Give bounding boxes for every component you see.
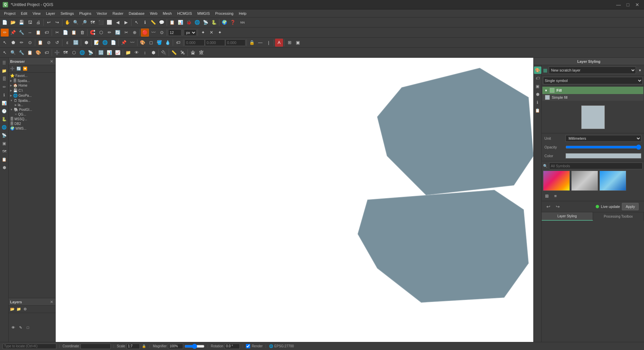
style-label-icon[interactable]: 🏷	[534, 75, 541, 82]
label-btn[interactable]: 🏷	[43, 29, 51, 37]
lock-scale-btn2[interactable]: 🔒	[141, 344, 147, 349]
sidebar-overview-icon[interactable]: 🗺	[1, 148, 8, 155]
browser-c-drive[interactable]: ▶ 💾 C:\	[9, 88, 55, 93]
paint-btn[interactable]: 🎨	[139, 39, 147, 47]
browser-postgis[interactable]: ▼ 🐘 PostGI...	[9, 107, 55, 112]
style-meta-icon[interactable]: 📋	[534, 107, 541, 114]
tab-processing-toolbox[interactable]: Processing Toolbox	[593, 212, 644, 221]
help-btn[interactable]: ❓	[229, 18, 237, 27]
deselect-btn[interactable]: ⊘	[45, 39, 53, 47]
layers-add-group-btn[interactable]: 📁	[16, 306, 22, 312]
menu-view[interactable]: View	[30, 11, 43, 16]
georef-btn[interactable]: 📌	[120, 39, 128, 47]
close-button[interactable]: ✕	[633, 1, 641, 9]
browser-add-btn[interactable]: ➕	[9, 66, 15, 72]
rotation-input[interactable]	[225, 344, 240, 349]
interpolate-btn[interactable]: 〰	[128, 39, 136, 47]
unit-select[interactable]: px	[184, 29, 197, 36]
color-bar[interactable]	[566, 153, 641, 159]
digitize-bearing-btn[interactable]: |	[265, 39, 273, 47]
size-input[interactable]: 12	[168, 29, 181, 36]
browser-wms[interactable]: 🌍 WMS...	[9, 126, 55, 131]
sidebar-tile-icon[interactable]: ⬢	[1, 164, 8, 171]
style-info-icon[interactable]: ℹ	[534, 99, 541, 106]
zoom-prev-btn[interactable]: ◀	[114, 18, 122, 27]
reselect-btn[interactable]: ↺	[53, 39, 61, 47]
filter-btn[interactable]: 🔧	[17, 49, 25, 57]
add-raster-layer-btn[interactable]: 🗺	[61, 49, 69, 57]
symbol-type-select[interactable]: Single symbol	[543, 77, 643, 84]
menu-settings[interactable]: Settings	[58, 11, 76, 16]
opacity-slider[interactable]	[566, 144, 641, 150]
browser-la[interactable]: ▶ la...	[9, 103, 55, 107]
label2-btn[interactable]: 🏷	[43, 49, 51, 57]
new-group-btn[interactable]: 📁	[124, 49, 132, 57]
annotation-btn[interactable]: 📝	[93, 39, 101, 47]
python-btn[interactable]: 🐍	[210, 18, 218, 27]
zoom-next-btn[interactable]: ▶	[122, 18, 130, 27]
sidebar-time-icon[interactable]: 🕐	[1, 107, 8, 115]
menu-vector[interactable]: Vector	[94, 11, 110, 16]
lock-bearing-btn[interactable]: —	[256, 39, 264, 47]
add-mesh-layer-btn[interactable]: ⬡	[70, 49, 78, 57]
zoom-in-btn[interactable]: 🔍	[72, 18, 80, 27]
field-calc-btn[interactable]: 🔢	[72, 39, 80, 47]
undo-btn[interactable]: ↩	[45, 18, 53, 27]
layer-properties-btn[interactable]: ↖	[1, 49, 9, 57]
redo-style-btn[interactable]: ↪	[554, 203, 562, 211]
topology-btn[interactable]: ⬡	[97, 29, 105, 37]
sidebar-stats-icon[interactable]: 📊	[1, 99, 8, 107]
atlas-btn[interactable]: 📋	[168, 18, 176, 27]
polygon-lower[interactable]	[358, 190, 529, 302]
measure2-btn[interactable]: 📏	[170, 49, 178, 57]
menu-plugins[interactable]: Plugins	[76, 11, 94, 16]
tab-layer-styling[interactable]: Layer Styling	[542, 212, 593, 221]
nn-btn[interactable]: NN	[237, 18, 248, 27]
coordinate-input[interactable]: 0.724,0.262	[80, 344, 111, 349]
maximize-button[interactable]: □	[624, 1, 632, 9]
layers-manage-btn[interactable]: ⚙	[22, 306, 28, 312]
sidebar-db-icon[interactable]: 🗄	[1, 75, 8, 83]
menu-layer[interactable]: Layer	[43, 11, 58, 16]
list-view-btn[interactable]: ≡	[552, 192, 559, 200]
layer-vis-btn[interactable]: 👁	[132, 49, 141, 57]
symbol-gray[interactable]	[571, 171, 598, 191]
grid-view-btn[interactable]: ⊞	[543, 192, 550, 200]
polygon-upper[interactable]	[377, 68, 533, 195]
add-point-btn[interactable]: 🔴	[141, 29, 149, 37]
save-project-btn[interactable]: 💾	[17, 18, 25, 27]
new-project-btn[interactable]: 📄	[1, 18, 9, 27]
color-picker-btn[interactable]: 💧	[164, 39, 172, 47]
select-btn[interactable]: ↖	[132, 18, 141, 27]
magnifier-slider[interactable]	[184, 344, 205, 349]
browser-btn[interactable]: 🌐	[193, 18, 201, 27]
y-coord-input[interactable]	[205, 39, 225, 46]
plugins2-btn[interactable]: 🔌	[160, 49, 168, 57]
attribute-table-btn[interactable]: 📋	[34, 29, 42, 37]
style-btn[interactable]: 🎨	[34, 49, 42, 57]
scale-input[interactable]	[126, 344, 140, 349]
layer-visible-btn[interactable]: 👁	[10, 324, 16, 331]
symbol-gradient[interactable]	[543, 171, 570, 191]
cut-feat-btn[interactable]: ✂	[53, 29, 61, 37]
debug-btn[interactable]: 🐞	[185, 18, 193, 27]
x-coord-input[interactable]	[184, 39, 205, 46]
undo-style-btn[interactable]: ↩	[544, 203, 552, 211]
menu-raster[interactable]: Raster	[110, 11, 126, 16]
symbols-search-input[interactable]	[549, 163, 643, 169]
fill-tool-btn[interactable]: 🪣	[155, 39, 163, 47]
pan-btn[interactable]: ✋	[63, 18, 71, 27]
map-theme-btn[interactable]: ⊞	[285, 39, 293, 47]
browser-geopkg[interactable]: ▶ 🌐 GeoPa...	[9, 93, 55, 98]
redo-btn[interactable]: ↪	[53, 18, 61, 27]
add-wms-btn[interactable]: 🌐	[78, 49, 86, 57]
browser-close-btn[interactable]: ✕	[49, 59, 54, 64]
magnifier-input[interactable]	[168, 344, 183, 349]
menu-mmgis[interactable]: MMGIS	[195, 11, 212, 16]
simple-fill-item[interactable]: Simple fill	[542, 94, 643, 101]
identify-btn[interactable]: ℹ	[141, 18, 149, 27]
menu-mesh[interactable]: Mesh	[160, 11, 174, 16]
select-location-btn[interactable]: ↖	[1, 39, 9, 47]
style-diagram-icon[interactable]: ⬢	[534, 91, 541, 98]
zoom-selection-btn[interactable]: ⬜	[105, 18, 113, 27]
